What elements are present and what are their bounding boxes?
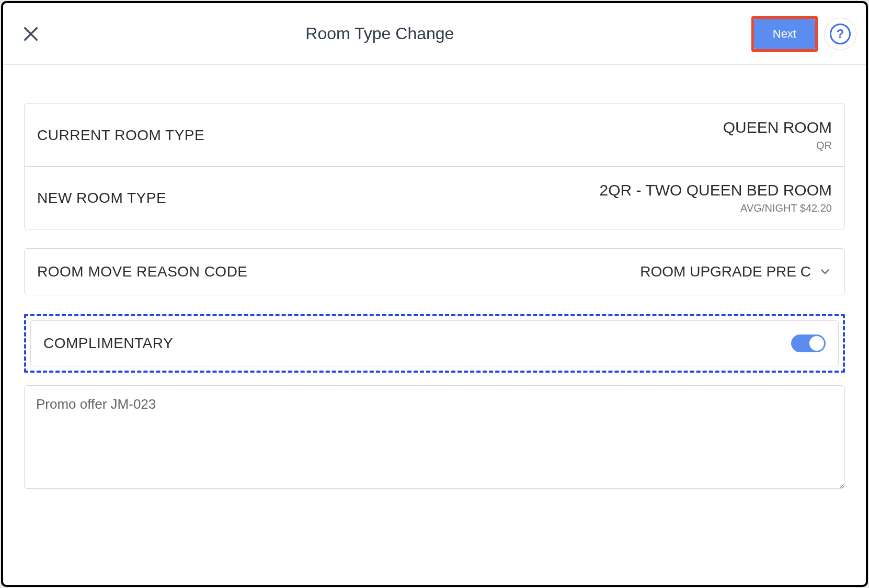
help-icon: ?: [830, 24, 851, 44]
current-room-type-row: CURRENT ROOM TYPE QUEEN ROOM QR: [25, 104, 844, 166]
room-type-change-modal: Room Type Change Next ? CURRENT ROOM TYP…: [1, 1, 868, 587]
modal-header: Room Type Change Next ?: [3, 3, 866, 65]
room-type-group: CURRENT ROOM TYPE QUEEN ROOM QR NEW ROOM…: [24, 103, 845, 229]
reason-code-selected: ROOM UPGRADE PRE C: [640, 263, 811, 280]
complimentary-row: COMPLIMENTARY: [30, 320, 839, 366]
current-room-type-label: CURRENT ROOM TYPE: [37, 127, 204, 144]
new-room-type-row: NEW ROOM TYPE 2QR - TWO QUEEN BED ROOM A…: [25, 166, 844, 229]
new-room-type-avg: AVG/NIGHT $42.20: [600, 202, 832, 214]
modal-title: Room Type Change: [8, 24, 751, 43]
reason-code-label: ROOM MOVE REASON CODE: [37, 263, 248, 280]
help-button[interactable]: ?: [824, 18, 856, 50]
toggle-knob: [809, 336, 824, 351]
chevron-down-icon: [818, 265, 832, 279]
modal-body: CURRENT ROOM TYPE QUEEN ROOM QR NEW ROOM…: [3, 65, 866, 585]
notes-textarea[interactable]: [24, 385, 845, 489]
reason-code-group: ROOM MOVE REASON CODE ROOM UPGRADE PRE C: [24, 248, 845, 295]
current-room-type-code: QR: [723, 140, 832, 152]
next-button-callout: Next: [751, 16, 818, 52]
next-button[interactable]: Next: [754, 19, 815, 49]
new-room-type-value: 2QR - TWO QUEEN BED ROOM: [600, 181, 832, 199]
current-room-type-value: QUEEN ROOM: [723, 119, 832, 136]
new-room-type-label: NEW ROOM TYPE: [37, 190, 166, 206]
complimentary-label: COMPLIMENTARY: [43, 335, 173, 352]
reason-code-row[interactable]: ROOM MOVE REASON CODE ROOM UPGRADE PRE C: [25, 249, 844, 295]
complimentary-callout: COMPLIMENTARY: [24, 314, 845, 373]
complimentary-toggle[interactable]: [791, 335, 826, 352]
